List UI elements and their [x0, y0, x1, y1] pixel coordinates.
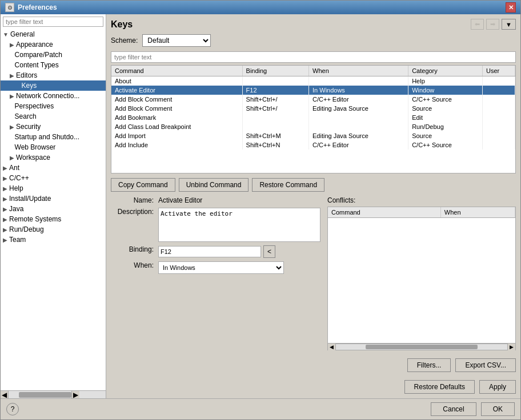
sidebar-item-label: Workspace: [16, 154, 50, 161]
apply-button[interactable]: Apply: [479, 380, 516, 394]
sidebar-item-general[interactable]: ▼ General: [1, 29, 106, 39]
sidebar-scroll-thumb[interactable]: [19, 392, 71, 398]
table-row[interactable]: Add Class Load BreakpointRun/Debug: [111, 122, 515, 131]
sidebar-item-perspectives[interactable]: Perspectives: [1, 101, 106, 111]
back-button[interactable]: ⬅: [471, 19, 484, 30]
sidebar-scrollbar[interactable]: ◀ ▶: [1, 390, 106, 398]
close-button[interactable]: ✕: [506, 2, 516, 13]
restore-command-button[interactable]: Restore Command: [252, 178, 324, 192]
cell-category: Source: [408, 131, 483, 140]
cell-command: About: [111, 76, 242, 86]
sidebar-item-run-debug[interactable]: ▶ Run/Debug: [1, 224, 106, 235]
sidebar-item-content-types[interactable]: Content Types: [1, 60, 106, 70]
sidebar-item-label: Team: [9, 236, 26, 244]
col-header-category: Category: [408, 66, 483, 76]
sidebar-item-remote-systems[interactable]: ▶ Remote Systems: [1, 214, 106, 224]
cell-category: Help: [408, 76, 483, 86]
sidebar-item-install-update[interactable]: ▶ Install/Update: [1, 193, 106, 204]
titlebar: ⚙ Preferences ✕: [1, 1, 520, 14]
expand-icon: ▶: [3, 185, 7, 192]
expand-icon-spacer: [10, 144, 13, 151]
sidebar-item-java[interactable]: ▶ Java: [1, 204, 106, 214]
sidebar-item-label: C/C++: [9, 174, 29, 182]
panel-title: Keys: [111, 19, 133, 30]
cell-command: Activate Editor: [111, 86, 242, 95]
binding-pick-button[interactable]: <: [263, 245, 275, 258]
sidebar-item-startup-shutdown[interactable]: Startup and Shutdo...: [1, 132, 106, 142]
table-row[interactable]: Activate EditorF12In WindowsWindow: [111, 86, 515, 95]
right-panel: Keys ⬅ ➡ ▼ Scheme: Default Emacs: [106, 14, 520, 398]
sidebar-item-workspace[interactable]: ▶ Workspace: [1, 152, 106, 163]
table-row[interactable]: Add IncludeShift+Ctrl+NC/C++ EditorC/C++…: [111, 140, 515, 150]
sidebar-item-help[interactable]: ▶ Help: [1, 183, 106, 193]
expand-icon: ▶: [3, 206, 7, 212]
sidebar-item-label: General: [10, 30, 35, 38]
sidebar-item-network-connections[interactable]: ▶ Network Connectio...: [1, 91, 106, 101]
table-row[interactable]: Add ImportShift+Ctrl+MEditing Java Sourc…: [111, 131, 515, 140]
cell-user: [483, 131, 515, 140]
table-row[interactable]: Add Block CommentShift+Ctrl+/Editing Jav…: [111, 104, 515, 113]
sidebar-item-label: Perspectives: [15, 102, 54, 110]
cell-category: Edit: [408, 113, 483, 122]
cell-when: In Windows: [309, 86, 408, 95]
scheme-select[interactable]: Default Emacs: [142, 34, 211, 47]
expand-icon: ▶: [3, 196, 7, 202]
sidebar-item-label: Search: [15, 112, 37, 120]
cell-command: Add Import: [111, 131, 242, 140]
sidebar-item-keys[interactable]: Keys: [1, 80, 106, 91]
sidebar-item-search[interactable]: Search: [1, 111, 106, 122]
sidebar-item-cpp[interactable]: ▶ C/C++: [1, 173, 106, 183]
cell-category: Window: [408, 86, 483, 95]
binding-input[interactable]: [158, 246, 261, 257]
sidebar-item-ant[interactable]: ▶ Ant: [1, 163, 106, 173]
conflict-col-command: Command: [328, 207, 440, 218]
sidebar-item-label: Security: [16, 123, 41, 131]
sidebar-filter-input[interactable]: [3, 17, 103, 27]
help-button[interactable]: ?: [6, 403, 19, 415]
ok-button[interactable]: OK: [481, 402, 515, 416]
expand-icon-spacer: [10, 114, 13, 120]
expand-icon: ▶: [10, 93, 14, 99]
conflicts-table-container[interactable]: Command When: [327, 207, 516, 344]
cell-binding: F12: [242, 86, 308, 95]
cell-command: Add Bookmark: [111, 113, 242, 122]
dialog-icon: ⚙: [5, 3, 14, 12]
cell-category: Source: [408, 104, 483, 113]
table-row[interactable]: Add BookmarkEdit: [111, 113, 515, 122]
dialog-title: Preferences: [18, 3, 57, 11]
sidebar-item-appearance[interactable]: ▶ Appearance: [1, 39, 106, 50]
menu-button[interactable]: ▼: [502, 19, 516, 30]
cancel-button[interactable]: Cancel: [431, 402, 476, 416]
conflicts-scroll-thumb[interactable]: [366, 345, 478, 349]
filters-button[interactable]: Filters...: [407, 358, 451, 372]
cell-user: [483, 104, 515, 113]
keys-table-container[interactable]: Command Binding When Category User About…: [111, 65, 516, 173]
table-row[interactable]: Add Block CommentShift+Ctrl+/C/C++ Edito…: [111, 95, 515, 104]
sidebar-item-web-browser[interactable]: Web Browser: [1, 142, 106, 152]
sidebar-item-editors[interactable]: ▶ Editors: [1, 70, 106, 80]
when-select[interactable]: In Windows In Dialogs and Windows: [158, 261, 284, 274]
copy-command-button[interactable]: Copy Command: [111, 178, 175, 192]
sidebar-item-compare-patch[interactable]: Compare/Patch: [1, 50, 106, 60]
sidebar-item-label: Remote Systems: [9, 215, 61, 223]
scheme-label: Scheme:: [111, 37, 138, 45]
conflicts-horizontal-scrollbar[interactable]: ◀ ▶: [327, 344, 516, 350]
name-row: Name: Activate Editor: [111, 196, 320, 204]
sidebar-item-team[interactable]: ▶ Team: [1, 235, 106, 245]
bottom-buttons-row1: Filters... Export CSV...: [111, 355, 516, 372]
when-label: When:: [111, 261, 154, 269]
table-row[interactable]: AboutHelp: [111, 76, 515, 86]
export-csv-button[interactable]: Export CSV...: [455, 358, 516, 372]
cell-binding: Shift+Ctrl+/: [242, 104, 308, 113]
restore-defaults-button[interactable]: Restore Defaults: [404, 380, 475, 394]
forward-button[interactable]: ➡: [486, 19, 499, 30]
description-textarea[interactable]: [158, 208, 320, 242]
keys-filter-input[interactable]: [111, 51, 516, 63]
conflict-col-when: When: [440, 207, 515, 218]
sidebar-item-label: Compare/Patch: [15, 51, 62, 59]
binding-row: Binding: <: [111, 245, 320, 258]
expand-icon-spacer: [17, 83, 20, 89]
sidebar-item-security[interactable]: ▶ Security: [1, 122, 106, 132]
sidebar-item-label: Editors: [16, 71, 37, 79]
unbind-command-button[interactable]: Unbind Command: [179, 178, 249, 192]
